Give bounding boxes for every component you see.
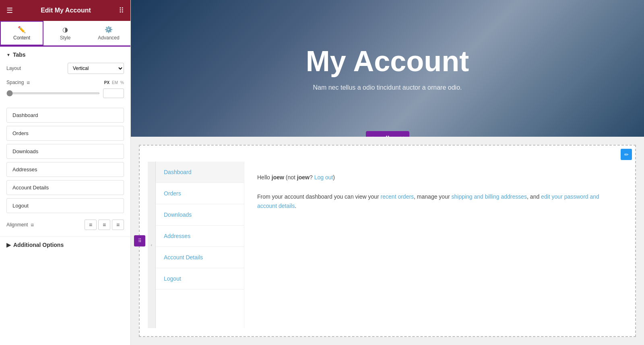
hero-content: My Account Nam nec tellus a odio tincidu… bbox=[306, 45, 469, 91]
additional-options-label: Additional Options bbox=[13, 242, 64, 248]
tab-content-label: Content bbox=[13, 35, 30, 41]
tab-advanced-label: Advanced bbox=[98, 35, 119, 41]
sidebar-header: ☰ Edit My Account ⠿ bbox=[0, 0, 130, 21]
content-icon: ✏️ bbox=[18, 26, 26, 33]
account-nav-account-details[interactable]: Account Details bbox=[156, 247, 244, 268]
additional-options[interactable]: ▶ Additional Options bbox=[0, 236, 130, 253]
spacing-row: Spacing 🖥 PX EM % bbox=[6, 80, 124, 85]
spacing-slider[interactable] bbox=[6, 92, 100, 94]
nav-item-account-details[interactable]: Account Details bbox=[6, 180, 124, 195]
float-toolbar: + ⠿ ✕ bbox=[366, 131, 409, 137]
slider-row bbox=[6, 88, 124, 98]
layout-select[interactable]: Vertical Horizontal bbox=[68, 63, 124, 74]
tab-content[interactable]: ✏️ Content bbox=[0, 21, 43, 45]
account-nav-orders[interactable]: Orders bbox=[156, 183, 244, 204]
spacing-number-input[interactable] bbox=[103, 88, 124, 98]
sidebar-tabs-row: ✏️ Content ◑ Style ⚙️ Advanced bbox=[0, 21, 130, 47]
body-mid-text: , manage your bbox=[414, 193, 451, 200]
edit-button[interactable]: ✏ bbox=[621, 149, 632, 160]
period-text: . bbox=[295, 203, 296, 209]
body-end-text: , and bbox=[527, 193, 541, 200]
tabs-section: ▼ Tabs Layout Vertical Horizontal Spacin… bbox=[0, 47, 130, 108]
spacing-unit-px[interactable]: PX bbox=[104, 80, 109, 85]
account-nav-downloads[interactable]: Downloads bbox=[156, 204, 244, 226]
chevron-down-icon: ▼ bbox=[6, 53, 10, 57]
style-icon: ◑ bbox=[62, 26, 68, 33]
sidebar: ☰ Edit My Account ⠿ ✏️ Content ◑ Style ⚙… bbox=[0, 0, 131, 345]
content-area-handle[interactable]: ⠿ bbox=[134, 235, 145, 246]
nav-item-orders[interactable]: Orders bbox=[6, 126, 124, 141]
chevron-right-icon: ▶ bbox=[6, 242, 11, 248]
additional-options-title[interactable]: ▶ Additional Options bbox=[6, 242, 124, 248]
spacing-unit-percent[interactable]: % bbox=[120, 80, 124, 85]
hero-section: My Account Nam nec tellus a odio tincidu… bbox=[131, 0, 644, 137]
align-left-button[interactable]: ≡ bbox=[85, 220, 97, 230]
spacing-label: Spacing bbox=[6, 80, 24, 85]
shipping-link[interactable]: shipping and billing addresses bbox=[451, 193, 527, 200]
sidebar-title: Edit My Account bbox=[41, 7, 91, 14]
hero-title: My Account bbox=[306, 45, 469, 77]
body-start-text: From your account dashboard you can view… bbox=[257, 193, 381, 200]
nav-item-dashboard[interactable]: Dashboard bbox=[6, 108, 124, 123]
alt-user-text: joew bbox=[297, 174, 310, 181]
layout-label: Layout bbox=[6, 66, 21, 71]
hero-subtitle: Nam nec tellus a odio tincidunt auctor a… bbox=[306, 84, 469, 91]
nav-items-list: Dashboard Orders Downloads Addresses Acc… bbox=[0, 108, 130, 213]
alignment-responsive-icon: 🖥 bbox=[30, 223, 34, 227]
tab-advanced[interactable]: ⚙️ Advanced bbox=[87, 21, 130, 45]
account-nav: Dashboard Orders Downloads Addresses Acc… bbox=[156, 162, 244, 328]
collapse-chevron-icon: ‹ bbox=[151, 243, 152, 247]
float-toolbar-add-button[interactable]: + bbox=[366, 131, 380, 137]
spacing-label-group: Spacing 🖥 bbox=[6, 80, 30, 85]
tab-style[interactable]: ◑ Style bbox=[43, 21, 87, 45]
float-toolbar-move-button[interactable]: ⠿ bbox=[380, 131, 395, 137]
logout-link[interactable]: Log out bbox=[314, 174, 333, 181]
handle-grid-icon: ⠿ bbox=[138, 238, 142, 244]
account-nav-addresses[interactable]: Addresses bbox=[156, 226, 244, 247]
grid-icon[interactable]: ⠿ bbox=[119, 6, 124, 15]
tab-style-label: Style bbox=[60, 35, 71, 41]
spacing-icon: 🖥 bbox=[26, 80, 30, 85]
alignment-row: Alignment 🖥 ≡ ≡ ≡ bbox=[0, 220, 130, 230]
recent-orders-link[interactable]: recent orders bbox=[381, 193, 414, 200]
alignment-buttons: ≡ ≡ ≡ bbox=[85, 220, 124, 230]
collapse-handle[interactable]: ‹ bbox=[148, 162, 156, 328]
account-content-area: Hello joew (not joew? Log out) From your… bbox=[244, 162, 627, 328]
main-content: My Account Nam nec tellus a odio tincidu… bbox=[131, 0, 644, 345]
nav-item-logout[interactable]: Logout bbox=[6, 198, 124, 213]
float-toolbar-close-button[interactable]: ✕ bbox=[395, 131, 409, 137]
hamburger-icon[interactable]: ☰ bbox=[6, 6, 13, 15]
tabs-section-label: Tabs bbox=[13, 51, 26, 58]
username-text: joew bbox=[272, 174, 284, 181]
alignment-label: Alignment bbox=[6, 222, 28, 228]
spacing-unit-em[interactable]: EM bbox=[112, 80, 118, 85]
account-nav-logout[interactable]: Logout bbox=[156, 268, 244, 290]
account-body-paragraph: From your account dashboard you can view… bbox=[257, 192, 614, 212]
align-center-button[interactable]: ≡ bbox=[98, 220, 110, 230]
greeting-paragraph: Hello joew (not joew? Log out) bbox=[257, 173, 614, 183]
content-area: ⠿ ‹ Dashboard Orders Downloads Addresses… bbox=[139, 145, 636, 337]
alignment-label-group: Alignment 🖥 bbox=[6, 222, 34, 228]
nav-item-downloads[interactable]: Downloads bbox=[6, 144, 124, 159]
not-text: (not bbox=[286, 174, 297, 181]
align-right-button[interactable]: ≡ bbox=[112, 220, 124, 230]
account-nav-dashboard[interactable]: Dashboard bbox=[156, 162, 244, 183]
spacing-units: PX EM % bbox=[104, 80, 124, 85]
nav-item-addresses[interactable]: Addresses bbox=[6, 162, 124, 177]
tabs-section-title[interactable]: ▼ Tabs bbox=[6, 51, 124, 58]
advanced-icon: ⚙️ bbox=[105, 26, 113, 33]
layout-control: Layout Vertical Horizontal bbox=[6, 63, 124, 74]
